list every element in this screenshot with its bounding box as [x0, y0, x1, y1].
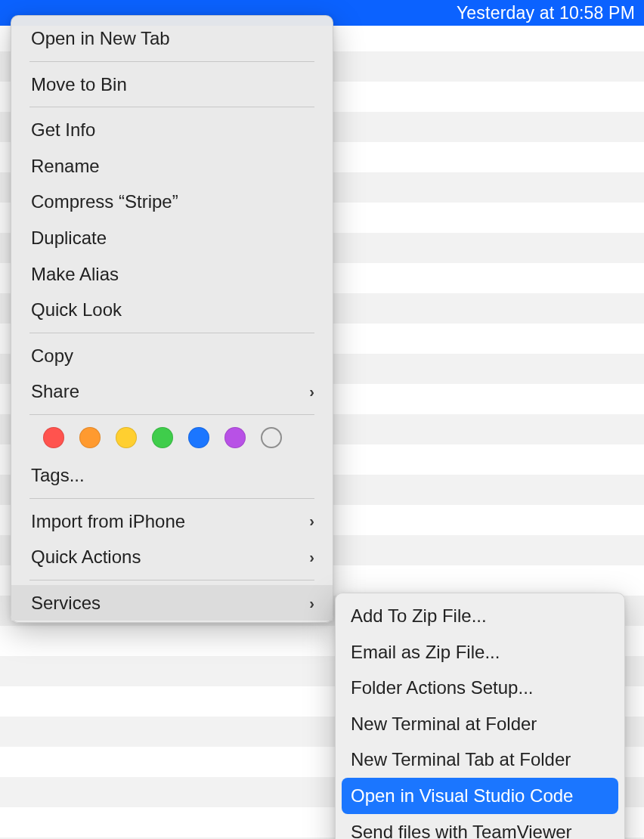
- tag-purple[interactable]: [224, 427, 246, 448]
- menu-label: Share: [31, 379, 79, 404]
- menu-label: Get Info: [31, 117, 95, 143]
- menu-label: Import from iPhone: [31, 509, 185, 534]
- header-timestamp: Yesterday at 10:58 PM: [457, 3, 635, 23]
- submenu-new-terminal[interactable]: New Terminal at Folder: [336, 706, 624, 742]
- tag-red[interactable]: [43, 427, 64, 448]
- tag-color-row: [11, 420, 333, 457]
- submenu-add-zip[interactable]: Add To Zip File...: [336, 598, 624, 634]
- menu-label: Open in New Tab: [31, 26, 170, 51]
- menu-get-info[interactable]: Get Info: [11, 112, 333, 148]
- menu-label: Compress “Stripe”: [31, 189, 178, 215]
- menu-label: Folder Actions Setup...: [351, 675, 533, 701]
- chevron-right-icon: ›: [309, 546, 314, 568]
- submenu-open-vscode[interactable]: Open in Visual Studio Code: [342, 778, 618, 814]
- menu-label: Tags...: [31, 463, 85, 488]
- menu-quick-look[interactable]: Quick Look: [11, 292, 333, 328]
- submenu-send-teamviewer[interactable]: Send files with TeamViewer: [336, 814, 624, 839]
- menu-duplicate[interactable]: Duplicate: [11, 220, 333, 256]
- menu-label: Add To Zip File...: [351, 603, 487, 629]
- submenu-email-zip[interactable]: Email as Zip File...: [336, 634, 624, 670]
- menu-label: Duplicate: [31, 225, 107, 251]
- menu-quick-actions[interactable]: Quick Actions ›: [11, 539, 333, 575]
- tag-orange[interactable]: [79, 427, 101, 448]
- context-menu: Open in New Tab Move to Bin Get Info Ren…: [11, 15, 333, 623]
- menu-separator: [29, 61, 314, 62]
- menu-compress[interactable]: Compress “Stripe”: [11, 184, 333, 220]
- menu-copy[interactable]: Copy: [11, 338, 333, 374]
- menu-separator: [29, 414, 314, 415]
- chevron-right-icon: ›: [309, 593, 314, 614]
- menu-label: Quick Actions: [31, 544, 141, 570]
- menu-move-to-bin[interactable]: Move to Bin: [11, 67, 333, 103]
- menu-label: Services: [31, 590, 101, 616]
- menu-make-alias[interactable]: Make Alias: [11, 256, 333, 293]
- menu-label: New Terminal Tab at Folder: [351, 747, 571, 772]
- submenu-folder-actions[interactable]: Folder Actions Setup...: [336, 670, 624, 706]
- menu-separator: [29, 498, 314, 499]
- chevron-right-icon: ›: [309, 510, 314, 531]
- menu-label: Make Alias: [31, 262, 119, 287]
- menu-label: Move to Bin: [31, 72, 127, 98]
- services-submenu: Add To Zip File... Email as Zip File... …: [335, 593, 625, 839]
- menu-services[interactable]: Services ›: [11, 585, 333, 621]
- chevron-right-icon: ›: [309, 381, 314, 402]
- menu-label: Copy: [31, 343, 73, 369]
- submenu-new-terminal-tab[interactable]: New Terminal Tab at Folder: [336, 741, 624, 778]
- menu-label: Open in Visual Studio Code: [351, 783, 573, 809]
- menu-separator: [29, 107, 314, 107]
- tag-none[interactable]: [261, 427, 282, 448]
- menu-rename[interactable]: Rename: [11, 148, 333, 184]
- menu-separator: [29, 580, 314, 580]
- menu-open-new-tab[interactable]: Open in New Tab: [11, 20, 333, 57]
- menu-tags[interactable]: Tags...: [11, 457, 333, 494]
- tag-blue[interactable]: [188, 427, 209, 448]
- menu-label: Rename: [31, 153, 100, 179]
- menu-label: Quick Look: [31, 297, 122, 323]
- menu-label: Email as Zip File...: [351, 639, 500, 665]
- menu-import-iphone[interactable]: Import from iPhone ›: [11, 503, 333, 540]
- menu-label: New Terminal at Folder: [351, 711, 537, 737]
- menu-separator: [29, 333, 314, 333]
- menu-label: Send files with TeamViewer: [351, 819, 572, 839]
- tag-yellow[interactable]: [116, 427, 137, 448]
- tag-green[interactable]: [152, 427, 173, 448]
- menu-share[interactable]: Share ›: [11, 373, 333, 410]
